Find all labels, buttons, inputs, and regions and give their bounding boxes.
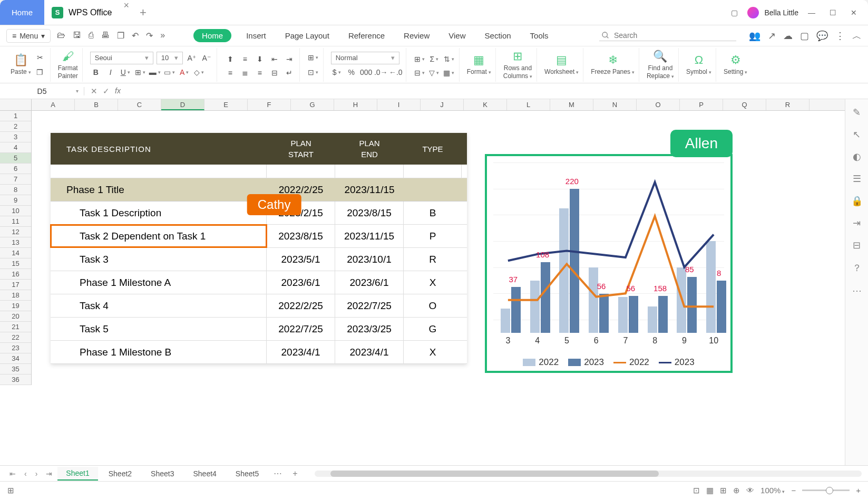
tab-reference[interactable]: Reference (344, 29, 389, 42)
sheet-tab-3[interactable]: Sheet3 (142, 467, 182, 480)
column-header[interactable]: P (680, 99, 723, 110)
menu-button[interactable]: ≡ Menu ▾ (6, 29, 51, 43)
clear-format-button[interactable]: ◇ (193, 66, 205, 78)
collapse-ribbon-icon[interactable]: ︿ (852, 30, 862, 42)
column-header[interactable]: G (291, 99, 334, 110)
table-row[interactable]: Phase 1 Milestone B2023/4/12023/4/1X (51, 341, 467, 364)
column-header[interactable]: N (593, 99, 637, 110)
row-header[interactable]: 17 (0, 280, 31, 290)
redo-icon[interactable]: ↷ (146, 31, 153, 41)
tab-section[interactable]: Section (481, 29, 515, 42)
column-header[interactable]: E (204, 99, 248, 110)
sheet-tab-1[interactable]: Sheet1 (57, 467, 97, 481)
row-header[interactable]: 18 (0, 290, 31, 301)
more-sheets-icon[interactable]: ⋯ (269, 468, 286, 478)
confirm-edit-icon[interactable]: ✓ (103, 87, 110, 96)
row-header[interactable]: 3 (0, 132, 31, 142)
align-center-icon[interactable]: ≣ (239, 67, 251, 79)
search-box[interactable] (599, 30, 736, 41)
row-header[interactable]: 9 (0, 195, 31, 206)
align-bottom-icon[interactable]: ⬇ (254, 53, 266, 65)
chat-icon[interactable]: 💬 (816, 30, 828, 42)
name-box[interactable]: D5 (0, 87, 84, 95)
align-top-icon[interactable]: ⬆ (225, 53, 236, 65)
row-header[interactable]: 23 (0, 343, 31, 353)
cut-icon[interactable]: ✂ (34, 52, 46, 63)
paste-button[interactable]: Paste (11, 68, 31, 75)
maximize-icon[interactable]: ☐ (825, 8, 841, 17)
zoom-slider[interactable] (802, 490, 850, 491)
view-grid-icon[interactable]: ▦ (706, 486, 714, 495)
percent-button[interactable]: % (346, 66, 357, 78)
highlight-button[interactable]: ▭ (164, 66, 175, 78)
notifications-icon[interactable]: ▢ (800, 30, 809, 42)
tab-page-layout[interactable]: Page Layout (281, 29, 334, 42)
column-header[interactable]: L (507, 99, 550, 110)
zoom-in-icon[interactable]: + (856, 486, 861, 495)
column-header[interactable]: C (118, 99, 161, 110)
row-header[interactable]: 16 (0, 269, 31, 280)
lock-icon[interactable]: 🔒 (851, 195, 863, 207)
row-header[interactable]: 2 (0, 121, 31, 132)
prev-sheet-icon[interactable]: ‹ (21, 469, 30, 478)
tab-insert[interactable]: Insert (242, 29, 270, 42)
sheet-tab-2[interactable]: Sheet2 (100, 467, 140, 480)
home-tab[interactable]: Home (0, 0, 44, 25)
column-header[interactable]: Q (723, 99, 766, 110)
merge-center-button[interactable]: ⊡ (307, 66, 319, 78)
column-header[interactable]: M (550, 99, 593, 110)
column-header[interactable]: H (334, 99, 377, 110)
row-header[interactable]: 12 (0, 227, 31, 237)
copy-icon[interactable]: ❐ (117, 31, 124, 41)
zoom-level[interactable]: 100% (760, 486, 785, 495)
avatar[interactable] (747, 7, 759, 18)
align-left-icon[interactable]: ≡ (225, 67, 236, 79)
tab-view[interactable]: View (444, 29, 470, 42)
row-header[interactable]: 19 (0, 301, 31, 311)
reading-mode-icon[interactable]: 👁 (746, 486, 754, 495)
rows-cols-button[interactable]: ⊞Rows and Columns (499, 48, 537, 82)
column-header[interactable]: B (75, 99, 118, 110)
increase-font-icon[interactable]: A⁺ (186, 52, 198, 64)
fill-color-button[interactable]: ▬ (149, 66, 161, 78)
autosum-icon[interactable]: Σ (428, 53, 440, 65)
new-tab-icon[interactable]: + (133, 0, 153, 25)
view-custom-icon[interactable]: ⊕ (733, 486, 740, 495)
find-replace-button[interactable]: 🔍Find and Replace (642, 48, 679, 82)
tab-home[interactable]: Home (193, 29, 231, 42)
table-row[interactable]: Task 42022/2/252022/7/25O (51, 294, 467, 318)
column-header[interactable]: D (161, 99, 204, 110)
row-header[interactable]: 8 (0, 185, 31, 195)
sort-icon[interactable]: ⇅ (443, 53, 455, 65)
font-color-button[interactable]: A (179, 66, 190, 78)
select-all-corner[interactable] (0, 99, 32, 111)
row-header[interactable]: 22 (0, 332, 31, 343)
align-middle-icon[interactable]: ≡ (239, 53, 251, 65)
table-row[interactable]: Task 2 Dependent on Task 12023/8/152023/… (51, 225, 467, 248)
horizontal-scrollbar[interactable] (315, 471, 862, 477)
add-sheet-icon[interactable]: + (288, 469, 301, 478)
search-input[interactable] (614, 31, 734, 40)
row-header[interactable]: 6 (0, 164, 31, 174)
save-icon[interactable]: 🖫 (73, 31, 81, 41)
border-button[interactable]: ⊞ (134, 66, 146, 78)
wrap-text-icon[interactable]: ↵ (284, 67, 295, 79)
tab-review[interactable]: Review (399, 29, 434, 42)
zoom-out-icon[interactable]: − (791, 486, 796, 495)
copy-icon-2[interactable]: ❐ (34, 66, 46, 78)
freeze-panes-button[interactable]: ❄Freeze Panes (587, 48, 639, 82)
more-icon[interactable]: ⋮ (835, 30, 845, 42)
indent-increase-icon[interactable]: ⇥ (284, 53, 295, 65)
cloud-icon[interactable]: ☁ (783, 30, 793, 42)
row-header[interactable]: 7 (0, 174, 31, 185)
row-header[interactable]: 13 (0, 237, 31, 248)
setting-button[interactable]: ⚙Setting (719, 48, 752, 82)
grid[interactable]: TASK DESCRIPTION PLAN START PLAN END TYP… (32, 111, 845, 465)
column-header[interactable]: K (464, 99, 507, 110)
row-header[interactable]: 10 (0, 206, 31, 216)
column-header[interactable]: A (32, 99, 75, 110)
format-button[interactable]: ▦Format (463, 48, 496, 82)
currency-button[interactable]: $ (331, 66, 343, 78)
row-header[interactable]: 21 (0, 322, 31, 332)
bold-button[interactable]: B (90, 66, 102, 78)
